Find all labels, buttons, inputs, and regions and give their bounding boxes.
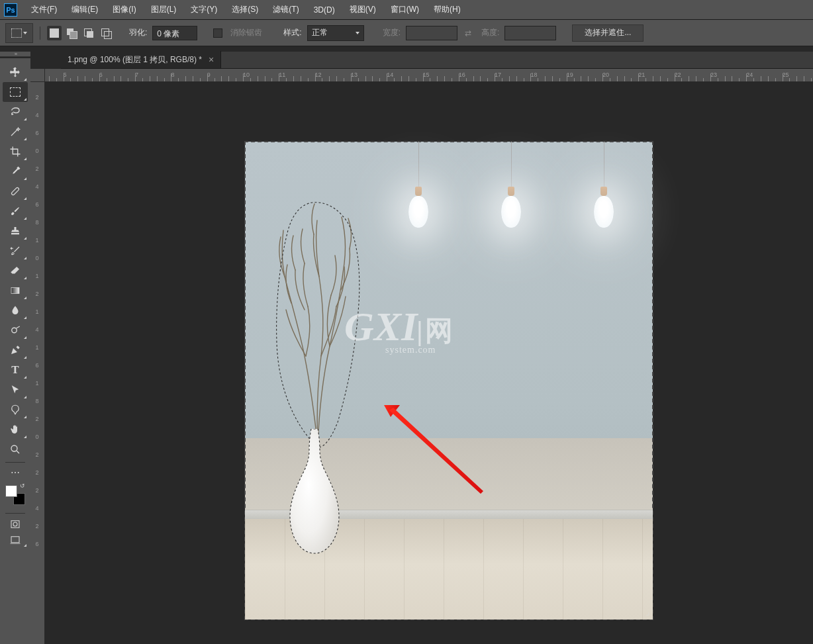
menu-help[interactable]: 帮助(H) <box>426 0 468 20</box>
quick-selection-tool[interactable] <box>3 122 28 142</box>
quick-mask-icon <box>9 518 21 530</box>
hand-tool[interactable] <box>3 420 28 439</box>
select-and-mask-button[interactable]: 选择并遮住... <box>572 24 644 42</box>
tool-panel: T ⋯ ↺ <box>0 58 30 644</box>
chevron-down-icon <box>23 32 27 34</box>
options-bar: 羽化: 0 像素 消除锯齿 样式: 正常 宽度: ⇄ 高度: 选择并遮住... <box>0 20 813 46</box>
crop-tool[interactable] <box>3 142 28 161</box>
blur-tool[interactable] <box>3 300 28 320</box>
eraser-tool[interactable] <box>3 261 28 281</box>
svg-point-5 <box>13 522 17 526</box>
healing-brush-tool[interactable] <box>3 181 28 201</box>
width-label: 宽度: <box>383 27 401 38</box>
selection-intersect-button[interactable] <box>99 26 113 40</box>
history-brush-tool[interactable] <box>3 241 28 261</box>
edit-toolbar-button[interactable]: ⋯ <box>3 465 28 480</box>
pendant-light-3 <box>584 142 624 228</box>
swap-colors-icon[interactable]: ↺ <box>20 483 26 489</box>
svg-rect-0 <box>11 187 20 196</box>
marquee-icon <box>11 28 22 38</box>
arrow-icon <box>9 384 21 396</box>
svg-rect-1 <box>11 288 19 294</box>
horizontal-ruler[interactable]: 0123456789101112131415161718192021222324… <box>45 69 813 82</box>
vertical-ruler[interactable]: 24602468101214161820222426 <box>30 82 45 644</box>
rectangular-marquee-tool[interactable] <box>3 82 28 102</box>
height-label: 高度: <box>481 27 499 38</box>
menu-view[interactable]: 视图(V) <box>342 0 383 20</box>
marquee-icon <box>10 87 21 97</box>
canvas-area: 0123456789101112131415161718192021222324… <box>30 69 813 644</box>
tab-close-icon[interactable]: × <box>209 54 214 65</box>
menu-3d[interactable]: 3D(D) <box>307 0 342 20</box>
quick-mask-button[interactable] <box>3 516 28 532</box>
app-logo-icon: Ps <box>4 3 17 17</box>
path-selection-tool[interactable] <box>3 380 28 400</box>
document-tab-bar: 1.png @ 100% (图层 1 拷贝, RGB/8) * × <box>61 52 813 69</box>
menu-select[interactable]: 选择(S) <box>224 0 265 20</box>
menu-type[interactable]: 文字(Y) <box>183 0 224 20</box>
shape-tool[interactable] <box>3 400 28 420</box>
document-image[interactable]: GXI | 网 system.com ⌟ <box>245 142 653 620</box>
menu-file[interactable]: 文件(F) <box>24 0 64 20</box>
ruler-origin[interactable] <box>30 69 45 82</box>
screen-mode-button[interactable] <box>3 532 28 548</box>
height-input <box>504 26 556 40</box>
move-tool[interactable] <box>3 62 28 82</box>
type-tool[interactable]: T <box>3 360 28 380</box>
clone-stamp-tool[interactable] <box>3 221 28 241</box>
history-brush-icon <box>9 245 21 257</box>
vase-with-branches <box>258 184 364 555</box>
divider <box>40 26 40 40</box>
menu-edit[interactable]: 编辑(E) <box>64 0 105 20</box>
antialias-label: 消除锯齿 <box>230 27 262 38</box>
bandage-icon <box>9 185 21 197</box>
resize-handle-icon: ⌟ <box>646 606 650 617</box>
style-select[interactable]: 正常 <box>307 25 364 41</box>
brush-tool[interactable] <box>3 201 28 221</box>
dodge-tool[interactable] <box>3 320 28 340</box>
foreground-color[interactable] <box>5 485 17 497</box>
zoom-tool[interactable] <box>3 439 28 459</box>
watermark-text: GXI | 网 system.com <box>344 303 453 355</box>
pen-icon <box>9 344 21 356</box>
menu-filter[interactable]: 滤镜(T) <box>265 0 306 20</box>
svg-point-2 <box>12 328 17 333</box>
watermark-main: GXI <box>344 303 417 350</box>
pendant-light-1 <box>399 142 438 228</box>
gradient-icon <box>9 285 21 297</box>
antialias-checkbox <box>213 28 222 38</box>
document-tab[interactable]: 1.png @ 100% (图层 1 拷贝, RGB/8) * × <box>61 51 221 68</box>
zoom-icon <box>9 443 21 455</box>
annotation-arrow-icon <box>377 400 497 506</box>
selection-subtract-button[interactable] <box>81 26 96 40</box>
crop-icon <box>9 146 21 158</box>
eyedropper-tool[interactable] <box>3 161 28 181</box>
selection-add-button[interactable] <box>64 26 79 40</box>
swap-dimensions-icon: ⇄ <box>460 26 476 40</box>
blur-icon <box>9 304 21 316</box>
menu-layer[interactable]: 图层(L) <box>144 0 184 20</box>
double-chevron-right-icon: » <box>15 51 16 57</box>
menu-window[interactable]: 窗口(W) <box>383 0 426 20</box>
dodge-icon <box>9 324 21 336</box>
eyedropper-icon <box>9 165 21 177</box>
chevron-down-icon <box>356 32 359 34</box>
panel-expand-strip[interactable]: » <box>0 52 30 57</box>
canvas-viewport[interactable]: GXI | 网 system.com ⌟ <box>45 82 813 644</box>
gradient-tool[interactable] <box>3 281 28 300</box>
tool-preset-picker[interactable] <box>5 23 33 43</box>
pen-tool[interactable] <box>3 340 28 360</box>
selection-new-button[interactable] <box>47 26 62 40</box>
color-swatches[interactable]: ↺ <box>5 485 25 505</box>
style-value: 正常 <box>312 27 328 38</box>
menu-image[interactable]: 图像(I) <box>105 0 143 20</box>
lasso-tool[interactable] <box>3 102 28 122</box>
width-input <box>406 26 457 40</box>
feather-label: 羽化: <box>129 27 147 38</box>
stamp-icon <box>9 225 21 237</box>
brush-icon <box>9 205 21 217</box>
feather-input[interactable]: 0 像素 <box>152 26 197 40</box>
type-icon: T <box>9 364 21 376</box>
style-label: 样式: <box>283 27 301 38</box>
magic-wand-icon <box>9 126 21 138</box>
